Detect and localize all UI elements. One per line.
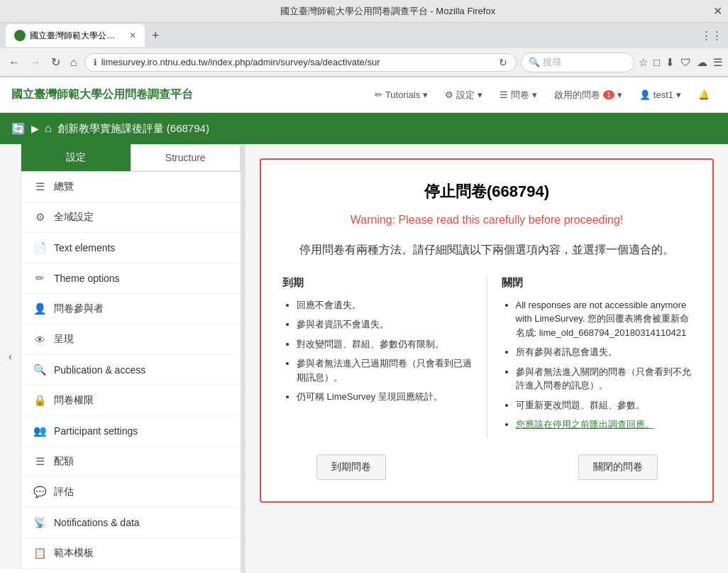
nav-settings[interactable]: ⚙ 設定 ▾ bbox=[438, 84, 490, 106]
app-nav: 國立臺灣師範大學公用問卷調查平台 ✏ Tutorials ▾ ⚙ 設定 ▾ ☰ … bbox=[0, 77, 728, 113]
tab-structure[interactable]: Structure bbox=[131, 144, 241, 171]
refresh-button[interactable]: ↻ bbox=[48, 54, 63, 70]
reading-icon[interactable]: □ bbox=[653, 56, 660, 68]
nav-surveys[interactable]: ☰ 問卷 ▾ bbox=[492, 84, 544, 106]
sidebar-item-participant-settings-label: Participant settings bbox=[54, 425, 229, 437]
sidebar-item-theme-options[interactable]: ✏ Theme options bbox=[21, 263, 241, 294]
modal-actions: 到期問卷 關閉的問卷 bbox=[282, 454, 691, 480]
sidebar-item-text-elements[interactable]: 📄 Text elements bbox=[21, 233, 241, 263]
sidebar-item-participants[interactable]: 👤 問卷參與者 bbox=[21, 294, 241, 324]
close-item-3: 參與者無法進入關閉的問卷（只會看到不允許進入問卷的訊息）。 bbox=[516, 365, 692, 393]
content-area: 停止問卷(668794) Warning: Please read this c… bbox=[246, 144, 728, 573]
expire-item-1: 回應不會遺失。 bbox=[297, 298, 473, 312]
options-grid: 到期 回應不會遺失。 參與者資訊不會遺失。 對改變問題、群組、參數仍有限制。 參… bbox=[282, 276, 691, 437]
expire-heading: 到期 bbox=[282, 276, 473, 290]
overview-icon: ☰ bbox=[33, 180, 47, 193]
tab-settings-label: 設定 bbox=[66, 151, 86, 163]
search-icon: 🔍 bbox=[529, 57, 540, 67]
search-bar[interactable]: 🔍 搜尋 bbox=[521, 53, 634, 72]
tab-bar: 國立臺灣師範大學公用問... ✕ + ⋮⋮ bbox=[0, 23, 728, 48]
sidebar-item-participants-label: 問卷參與者 bbox=[54, 302, 229, 315]
settings-icon: ⚙ bbox=[445, 89, 453, 100]
user-chevron: ▾ bbox=[676, 89, 681, 100]
template-icon: 📋 bbox=[33, 547, 47, 560]
browser-menu-icon[interactable]: ⋮⋮ bbox=[701, 29, 722, 42]
tab-close-button[interactable]: ✕ bbox=[129, 31, 136, 40]
sidebar-item-publication-label: Publication & access bbox=[54, 364, 229, 376]
sidebar-item-permissions[interactable]: 🔒 問卷權限 bbox=[21, 386, 241, 416]
back-button[interactable]: ← bbox=[6, 55, 23, 70]
breadcrumb-bar: 🔄 ▶ ⌂ 創新教學實施課後評量 (668794) bbox=[0, 113, 728, 144]
search-placeholder: 搜尋 bbox=[543, 56, 561, 69]
sidebar-item-notifications[interactable]: 📡 Notifications & data bbox=[21, 508, 241, 538]
sidebar: ‹ 設定 Structure ☰ 總覽 ⚙ 全域設定 bbox=[0, 144, 241, 573]
url-refresh-icon: ↻ bbox=[499, 57, 507, 68]
url-text: limesurvey.iro.ntnu.edu.tw/index.php/adm… bbox=[101, 57, 495, 67]
sidebar-item-publication[interactable]: 🔍 Publication & access bbox=[21, 355, 241, 386]
sidebar-item-participant-settings[interactable]: 👥 Participant settings bbox=[21, 416, 241, 447]
expire-action-col: 到期問卷 bbox=[316, 454, 386, 480]
app-logo[interactable]: 國立臺灣師範大學公用問卷調查平台 bbox=[11, 87, 193, 102]
sidebar-item-assessment[interactable]: 💬 評估 bbox=[21, 477, 241, 508]
firefox-sync-icon[interactable]: 🛡 bbox=[680, 56, 691, 68]
close-window-button[interactable]: ✕ bbox=[713, 4, 722, 18]
close-item-4: 可重新更改問題、群組、參數。 bbox=[516, 398, 692, 413]
sidebar-item-global-settings[interactable]: ⚙ 全域設定 bbox=[21, 202, 241, 233]
sidebar-item-quota-label: 配額 bbox=[54, 455, 229, 468]
main-layout: ‹ 設定 Structure ☰ 總覽 ⚙ 全域設定 bbox=[0, 144, 728, 573]
nav-active-surveys[interactable]: 啟用的問卷 1 ▾ bbox=[547, 84, 629, 106]
bookmark-icon[interactable]: ☆ bbox=[639, 56, 648, 69]
modal-warning: Warning: Please read this carefully befo… bbox=[282, 214, 691, 227]
surveys-icon: ☰ bbox=[500, 89, 508, 100]
publication-icon: 🔍 bbox=[33, 364, 47, 376]
deactivate-modal: 停止問卷(668794) Warning: Please read this c… bbox=[260, 158, 714, 503]
download-icon[interactable]: ⬇ bbox=[666, 56, 675, 69]
expire-survey-button[interactable]: 到期問卷 bbox=[316, 454, 386, 480]
browser-menu-dots[interactable]: ☰ bbox=[713, 56, 722, 69]
text-elements-icon: 📄 bbox=[33, 241, 47, 254]
new-tab-button[interactable]: + bbox=[148, 28, 164, 43]
pocket-icon[interactable]: ☁ bbox=[697, 56, 707, 69]
close-option: 關閉 All responses are not accessible anym… bbox=[502, 276, 692, 437]
tab-settings[interactable]: 設定 bbox=[21, 144, 131, 171]
forward-button[interactable]: → bbox=[27, 55, 44, 70]
sidebar-item-overview[interactable]: ☰ 總覽 bbox=[21, 172, 241, 202]
sidebar-item-template[interactable]: 📋 範本模板 bbox=[21, 538, 241, 569]
breadcrumb-home-icon[interactable]: ⌂ bbox=[45, 122, 52, 135]
quota-icon: ☰ bbox=[33, 455, 47, 468]
sidebar-item-notifications-label: Notifications & data bbox=[54, 517, 229, 528]
assessment-icon: 💬 bbox=[33, 486, 47, 498]
url-bar[interactable]: ℹ limesurvey.iro.ntnu.edu.tw/index.php/a… bbox=[84, 53, 517, 72]
global-settings-icon: ⚙ bbox=[33, 211, 47, 224]
sidebar-item-template-label: 範本模板 bbox=[54, 547, 229, 560]
tab-structure-label: Structure bbox=[165, 152, 206, 163]
app-nav-links: ✏ Tutorials ▾ ⚙ 設定 ▾ ☰ 問卷 ▾ 啟用的問卷 1 ▾ 👤 … bbox=[368, 84, 717, 106]
export-link[interactable]: 您應該在停用之前匯出調查回應。 bbox=[516, 419, 654, 430]
sidebar-item-permissions-label: 問卷權限 bbox=[54, 394, 229, 407]
nav-user[interactable]: 👤 test1 ▾ bbox=[632, 85, 688, 104]
browser-tab[interactable]: 國立臺灣師範大學公用問... ✕ bbox=[6, 24, 145, 47]
close-action-col: 關閉的問卷 bbox=[578, 454, 658, 480]
sidebar-item-quota[interactable]: ☰ 配額 bbox=[21, 447, 241, 477]
user-icon: 👤 bbox=[639, 89, 651, 100]
tab-favicon bbox=[14, 30, 26, 41]
sidebar-item-presentation[interactable]: 👁 呈現 bbox=[21, 324, 241, 355]
expire-item-2: 參與者資訊不會遺失。 bbox=[297, 317, 473, 332]
limesurvey-icon[interactable]: 🔄 bbox=[11, 122, 26, 136]
sidebar-item-overview-label: 總覽 bbox=[54, 180, 229, 193]
expire-item-3: 對改變問題、群組、參數仍有限制。 bbox=[297, 337, 473, 351]
home-button[interactable]: ⌂ bbox=[67, 55, 80, 70]
tutorials-label: Tutorials bbox=[385, 89, 420, 100]
settings-label: 設定 bbox=[456, 89, 475, 102]
nav-tutorials[interactable]: ✏ Tutorials ▾ bbox=[368, 85, 435, 104]
close-survey-button[interactable]: 關閉的問卷 bbox=[578, 454, 658, 480]
modal-title: 停止問卷(668794) bbox=[282, 181, 691, 202]
surveys-label: 問卷 bbox=[511, 89, 529, 102]
modal-description: 停用問卷有兩種方法。請仔細閱讀以下兩個選項內容，並選擇一個適合的。 bbox=[282, 241, 691, 259]
close-item-5: 您應該在停用之前匯出調查回應。 bbox=[516, 418, 692, 432]
participants-icon: 👤 bbox=[33, 302, 47, 315]
notification-bell-icon: 🔔 bbox=[698, 89, 710, 100]
nav-notification[interactable]: 🔔 bbox=[691, 85, 717, 104]
sidebar-tabs: 設定 Structure bbox=[21, 144, 241, 172]
sidebar-collapse-button[interactable]: ‹ bbox=[0, 144, 21, 569]
